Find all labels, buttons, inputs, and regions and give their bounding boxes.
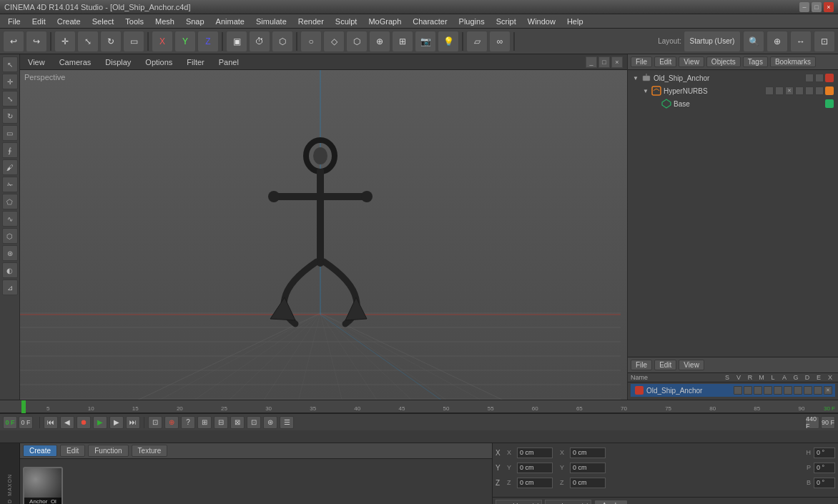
coord-world-dropdown[interactable]: World Object <box>496 500 542 504</box>
coord-p-val[interactable] <box>814 463 835 473</box>
toolbar-scale[interactable]: ⤡ <box>77 31 99 52</box>
pb-goto-start[interactable]: ⏮ <box>44 416 58 429</box>
rp-file-btn[interactable]: File <box>631 56 652 67</box>
menu-tools[interactable]: Tools <box>120 16 149 27</box>
menu-render[interactable]: Render <box>293 16 329 27</box>
toolbar-sky[interactable]: ∞ <box>489 31 511 52</box>
menu-script[interactable]: Script <box>491 16 521 27</box>
pb-extra6[interactable]: ⊠ <box>230 416 245 429</box>
menu-window[interactable]: Window <box>523 16 561 27</box>
left-btn-rotate[interactable]: ↻ <box>2 108 18 124</box>
toolbar-move[interactable]: ✛ <box>54 31 76 52</box>
time-max[interactable]: 90 F <box>821 416 835 429</box>
toolbar-rotate[interactable]: ↻ <box>100 31 122 52</box>
tab-texture[interactable]: Texture <box>132 445 168 457</box>
coord-x-pos[interactable] <box>517 448 553 458</box>
rp-view-btn[interactable]: View <box>679 56 704 67</box>
toolbar-generator[interactable]: ⊕ <box>369 31 390 52</box>
left-btn-brush[interactable]: 🖌 <box>2 159 18 175</box>
coord-z-size[interactable] <box>570 478 606 488</box>
object-row-base[interactable]: ▶ Base <box>629 97 837 110</box>
pb-next-frame[interactable]: ▶ <box>109 416 124 429</box>
viewport-maximize-btn[interactable]: □ <box>598 56 610 68</box>
toolbar-floor[interactable]: ▱ <box>466 31 488 52</box>
pb-extra8[interactable]: ⊛ <box>263 416 277 429</box>
toolbar-btn-z[interactable]: Z <box>197 31 219 52</box>
rpl-view-btn[interactable]: View <box>679 360 704 370</box>
tab-function[interactable]: Function <box>88 445 128 457</box>
viewport[interactable]: View Cameras Display Options Filter Pane… <box>20 54 627 400</box>
toolbar-icon3[interactable]: ↔ <box>790 31 812 52</box>
toolbar-icon1[interactable]: 🔍 <box>743 31 764 52</box>
rpl-object-row[interactable]: Old_Ship_Anchor ✕ <box>631 384 835 397</box>
expand-icon-anchor[interactable]: ▼ <box>632 74 639 81</box>
expand-icon-hypernurbs[interactable]: ▼ <box>642 87 649 94</box>
rp-bookmarks-btn[interactable]: Bookmarks <box>770 56 816 67</box>
viewport-options-menu[interactable]: Options <box>142 56 176 68</box>
menu-file[interactable]: File <box>3 16 26 27</box>
time-end[interactable]: 440 F <box>805 416 819 429</box>
menu-animate[interactable]: Animate <box>211 16 250 27</box>
time-current[interactable]: 0 F <box>19 416 33 429</box>
coord-scale-dropdown[interactable]: Scale Size <box>545 500 591 504</box>
viewport-close-btn[interactable]: × <box>611 56 623 68</box>
coord-b-val[interactable] <box>814 478 835 488</box>
left-btn-select[interactable]: ▭ <box>2 125 18 141</box>
rpl-file-btn[interactable]: File <box>631 360 652 370</box>
menu-simulate[interactable]: Simulate <box>251 16 292 27</box>
material-anchor[interactable]: Anchor_Ol <box>23 467 63 505</box>
rpl-edit-btn[interactable]: Edit <box>654 360 676 370</box>
menu-plugins[interactable]: Plugins <box>454 16 490 27</box>
tab-create[interactable]: Create <box>23 445 57 457</box>
pb-extra5[interactable]: ⊟ <box>214 416 228 429</box>
coord-y-pos[interactable] <box>517 463 553 473</box>
viewport-panel-menu[interactable]: Panel <box>215 56 242 68</box>
viewport-cameras-menu[interactable]: Cameras <box>56 56 95 68</box>
left-btn-weld[interactable]: ⊛ <box>2 245 18 261</box>
coord-y-size[interactable] <box>570 463 606 473</box>
menu-mesh[interactable]: Mesh <box>150 16 179 27</box>
left-btn-magnet[interactable]: ∿ <box>2 211 18 227</box>
left-btn-arrow[interactable]: ↖ <box>2 56 18 72</box>
menu-character[interactable]: Character <box>408 16 452 27</box>
menu-help[interactable]: Help <box>562 16 588 27</box>
viewport-filter-menu[interactable]: Filter <box>183 56 207 68</box>
menu-snap[interactable]: Snap <box>181 16 210 27</box>
menu-select[interactable]: Select <box>87 16 119 27</box>
toolbar-select-all[interactable]: ▣ <box>226 31 247 52</box>
pb-extra9[interactable]: ☰ <box>280 416 294 429</box>
toolbar-select-rect[interactable]: ▭ <box>123 31 144 52</box>
rp-edit-btn[interactable]: Edit <box>654 56 676 67</box>
toolbar-deformer[interactable]: ⊞ <box>392 31 413 52</box>
menu-sculpt[interactable]: Sculpt <box>330 16 363 27</box>
toolbar-undo[interactable]: ↩ <box>3 31 24 52</box>
left-btn-extrude[interactable]: ⬡ <box>2 228 18 244</box>
left-btn-knife[interactable]: ✁ <box>2 177 18 192</box>
timeline-marker[interactable] <box>21 400 26 413</box>
pb-extra1[interactable]: ⊡ <box>148 416 162 429</box>
coord-x-size[interactable] <box>570 448 606 458</box>
toolbar-light[interactable]: 💡 <box>438 31 459 52</box>
menu-create[interactable]: Create <box>52 16 86 27</box>
rp-objects-btn[interactable]: Objects <box>706 56 741 67</box>
toolbar-icon2[interactable]: ⊕ <box>766 31 788 52</box>
toolbar-subdivision[interactable]: ⬡ <box>346 31 368 52</box>
pb-extra3[interactable]: ? <box>181 416 195 429</box>
pb-prev-frame[interactable]: ◀ <box>60 416 74 429</box>
toolbar-timeline[interactable]: ⏱ <box>249 31 270 52</box>
coord-z-pos[interactable] <box>517 478 553 488</box>
viewport-canvas[interactable]: X Y Z <box>20 70 627 400</box>
rp-tags-btn[interactable]: Tags <box>743 56 768 67</box>
pb-extra7[interactable]: ⊡ <box>247 416 261 429</box>
menu-mograph[interactable]: MoGraph <box>363 16 406 27</box>
toolbar-redo[interactable]: ↪ <box>26 31 47 52</box>
pb-record[interactable]: ⏺ <box>77 416 91 429</box>
viewport-display-menu[interactable]: Display <box>102 56 134 68</box>
left-btn-color[interactable]: ◐ <box>2 262 18 278</box>
apply-button[interactable]: Apply <box>594 500 628 504</box>
pb-goto-end[interactable]: ⏭ <box>126 416 140 429</box>
maximize-button[interactable]: □ <box>812 2 822 12</box>
menu-edit[interactable]: Edit <box>27 16 51 27</box>
toolbar-btn-x[interactable]: X <box>152 31 173 52</box>
tab-edit[interactable]: Edit <box>60 445 85 457</box>
